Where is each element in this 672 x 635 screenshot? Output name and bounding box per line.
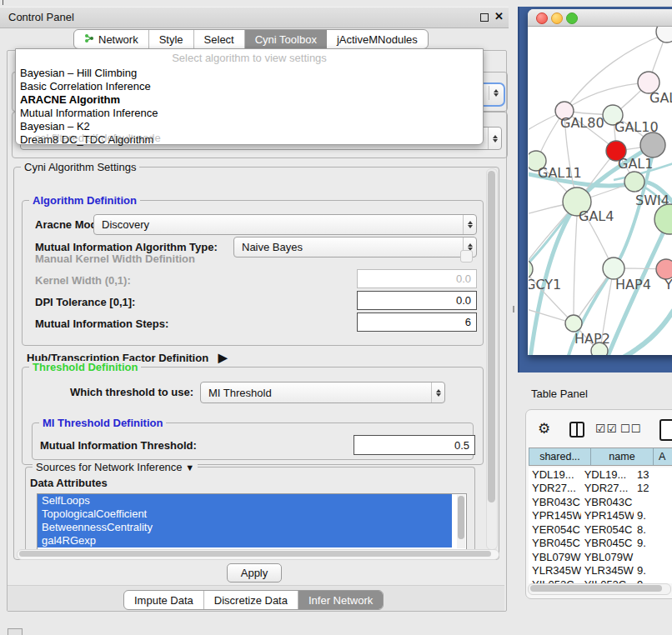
network-node[interactable] xyxy=(656,27,672,42)
table-horizontal-scrollbar[interactable] xyxy=(528,583,671,595)
network-node[interactable] xyxy=(654,204,672,234)
mi-steps-field[interactable]: 6 xyxy=(357,312,477,332)
mi-algorithm-type-value: Naive Bayes xyxy=(234,241,463,253)
expand-down-icon: ▼ xyxy=(185,462,194,472)
kernel-width-field[interactable]: 0.0 xyxy=(357,269,477,288)
attribute-list-item[interactable]: gal4RGexp xyxy=(38,534,452,548)
column-header-name[interactable]: name xyxy=(590,448,653,466)
tab-infer-network[interactable]: Infer Network xyxy=(298,591,383,609)
file-icon[interactable] xyxy=(659,419,672,441)
which-threshold-combobox[interactable]: MI Threshold xyxy=(200,382,445,403)
tab-label: jActiveMNodules xyxy=(337,33,418,46)
table-cell: 12 xyxy=(634,482,672,494)
dpi-tolerance-field[interactable]: 0.0 xyxy=(357,291,477,310)
node-label: GAL11 xyxy=(538,165,582,181)
tab-label: Select xyxy=(204,33,234,46)
sources-expander[interactable]: Sources for Network Inference ▼ xyxy=(33,461,198,473)
network-canvas[interactable]: GALGAL80GAL10GAL1GAL11SWI4GAL4GCY1HAP4YH… xyxy=(529,27,672,355)
node-label: GAL1 xyxy=(618,156,653,172)
dropdown-prompt: Select algorithm to view settings xyxy=(16,52,483,64)
manual-kernel-width-label: Manual Kernel Width Definition xyxy=(35,252,195,265)
table-cell: YBR045C xyxy=(581,537,634,549)
node-label: GAL4 xyxy=(579,208,614,224)
tab-impute-data[interactable]: Impute Data xyxy=(124,591,204,609)
stepper-icon xyxy=(463,215,476,234)
table-row[interactable]: YBL079WYBL079W xyxy=(529,550,672,564)
settings-horizontal-scrollbar[interactable] xyxy=(17,549,499,560)
network-edge[interactable] xyxy=(566,82,649,109)
column-header-partial[interactable]: A xyxy=(653,448,672,466)
node-label: GAL xyxy=(649,90,672,106)
table-cell: YLR345W xyxy=(581,564,634,577)
table-row[interactable]: YDL19...YDL19...13 xyxy=(529,468,672,482)
table-row[interactable]: YER054CYER054C8. xyxy=(529,522,672,537)
checked-pair-icon[interactable]: ☑☑ xyxy=(595,422,618,435)
float-window-icon[interactable] xyxy=(480,13,489,22)
network-node[interactable] xyxy=(640,132,665,158)
table-cell: YLR345W xyxy=(529,564,581,577)
manual-kernel-width-checkbox[interactable] xyxy=(460,250,473,262)
groupbox-title: Algorithm Definition xyxy=(29,194,140,207)
tab-cyni-toolbox[interactable]: Cyni Toolbox xyxy=(245,30,327,48)
table-row[interactable]: YIL052CYIL052C9. xyxy=(529,578,672,583)
aracne-mode-combobox[interactable]: Discovery xyxy=(93,214,477,235)
tab-label: Cyni Toolbox xyxy=(255,33,317,46)
dropdown-item[interactable]: Mutual Information Inference xyxy=(20,107,158,119)
attribute-list-item[interactable]: TopologicalCoefficient xyxy=(38,508,452,521)
tab-network[interactable]: Network xyxy=(74,30,149,48)
network-window-titlebar[interactable] xyxy=(528,9,672,27)
list-scrollbar[interactable] xyxy=(457,495,465,548)
close-icon[interactable]: ✕ xyxy=(494,10,504,22)
table-row[interactable]: YBR045CYBR045C9. xyxy=(529,537,672,551)
algorithm-dropdown-popup: Select algorithm to view settings gal fi… xyxy=(15,48,484,145)
apply-button[interactable]: Apply xyxy=(227,563,282,582)
ghost-combobox-text: gal filtered.sif default node xyxy=(34,132,161,144)
table-panel-title: Table Panel xyxy=(531,388,588,400)
split-columns-icon[interactable] xyxy=(569,422,584,438)
network-node-swi4[interactable] xyxy=(624,172,644,192)
mi-threshold-field[interactable]: 0.5 xyxy=(354,435,475,455)
tab-discretize-data[interactable]: Discretize Data xyxy=(204,591,298,609)
dropdown-item[interactable]: ARACNE Algorithm xyxy=(20,93,120,106)
table-row[interactable]: YDR27...YDR27...12 xyxy=(529,482,672,496)
dropdown-item[interactable]: Basic Correlation Inference xyxy=(20,80,151,92)
network-edge[interactable] xyxy=(574,202,578,322)
data-attributes-list[interactable]: SelfLoopsTopologicalCoefficientBetweenne… xyxy=(37,493,467,550)
attribute-list-item[interactable]: BetweennessCentrality xyxy=(38,521,452,534)
gear-icon[interactable]: ⚙ xyxy=(538,420,550,438)
mi-algorithm-type-combobox[interactable]: Naive Bayes xyxy=(233,237,477,258)
stepper-icon xyxy=(431,382,444,402)
table-cell: 8. xyxy=(634,523,672,536)
unchecked-pair-icon[interactable]: ☐☐ xyxy=(620,422,641,435)
groupbox-title: Threshold Definition xyxy=(29,361,141,373)
network-node[interactable] xyxy=(591,342,608,355)
tab-jactivemnodules[interactable]: jActiveMNodules xyxy=(327,30,428,48)
which-threshold-value: MI Threshold xyxy=(201,387,431,399)
groupbox-title: MI Threshold Definition xyxy=(39,417,166,429)
window-edge-artifact xyxy=(3,0,3,5)
table-row[interactable]: YPR145WYPR145W9. xyxy=(529,509,672,523)
mi-algorithm-type-label: Mutual Information Algorithm Type: xyxy=(35,241,218,253)
column-header-shared-name[interactable]: shared... xyxy=(529,448,590,466)
control-panel-titlebar: Control Panel ✕ xyxy=(0,7,509,28)
table-cell: 9. xyxy=(634,537,672,549)
tab-style[interactable]: Style xyxy=(149,30,194,48)
table-cell: 13 xyxy=(634,468,672,481)
minimize-traffic-light-icon[interactable] xyxy=(551,12,563,24)
collapse-right-icon: ▶ xyxy=(218,351,228,364)
dropdown-item[interactable]: Bayesian – K2 xyxy=(20,120,90,132)
close-traffic-light-icon[interactable] xyxy=(536,12,548,24)
attribute-list-item[interactable]: SelfLoops xyxy=(38,494,452,508)
table-row[interactable]: YLR345WYLR345W9. xyxy=(529,564,672,578)
minimized-panel-icon[interactable] xyxy=(8,628,23,635)
tab-label: Network xyxy=(98,33,138,46)
zoom-traffic-light-icon[interactable] xyxy=(566,12,578,24)
network-canvas-svg[interactable]: GALGAL80GAL10GAL1GAL11SWI4GAL4GCY1HAP4YH… xyxy=(529,27,672,355)
tab-select[interactable]: Select xyxy=(194,30,245,48)
network-icon xyxy=(84,33,94,46)
mi-threshold-label: Mutual Information Threshold: xyxy=(40,439,197,452)
dropdown-item[interactable]: Bayesian – Hill Climbing xyxy=(20,67,137,79)
network-node-hap2[interactable] xyxy=(565,315,582,332)
table-row[interactable]: YBR043CYBR043C xyxy=(529,495,672,509)
settings-vertical-scrollbar[interactable] xyxy=(486,168,498,550)
